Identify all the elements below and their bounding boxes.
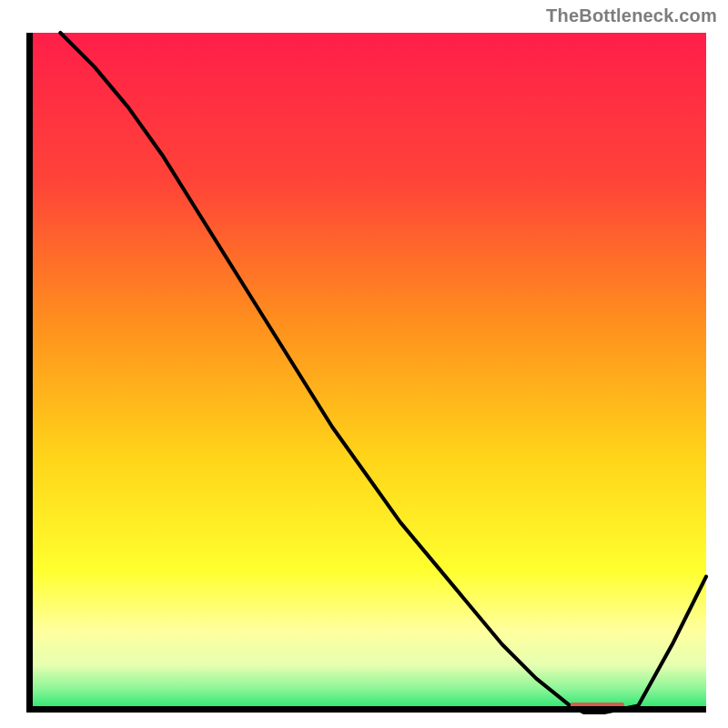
attribution-text: TheBottleneck.com bbox=[546, 5, 717, 26]
optimum-marker bbox=[571, 703, 625, 710]
plot-area bbox=[26, 33, 706, 713]
chart-container: TheBottleneck.com bbox=[0, 0, 728, 728]
bottleneck-curve bbox=[26, 33, 706, 713]
curve-path bbox=[60, 33, 706, 713]
